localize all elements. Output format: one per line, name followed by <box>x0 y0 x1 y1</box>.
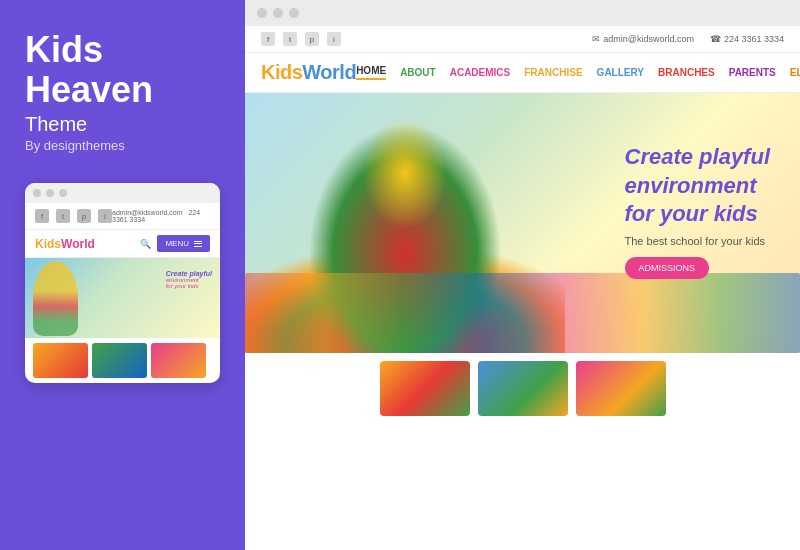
mini-social-icons: f t p i <box>35 209 112 223</box>
browser-dot2 <box>273 8 283 18</box>
nav-logo: KidsWorld <box>261 61 356 84</box>
mini-logo: KidsWorld <box>35 237 95 251</box>
mini-topbar: f t p i admin@kidsworld.com 224 3361 333… <box>25 203 220 230</box>
instagram-icon[interactable]: i <box>327 32 341 46</box>
mini-contact: admin@kidsworld.com 224 3361 3334 <box>112 209 210 223</box>
dot3 <box>59 189 67 197</box>
hero-background: Create playful environment for your kids… <box>245 93 800 353</box>
theme-title: Kids Heaven <box>25 30 220 109</box>
hero-thumbnails <box>245 353 800 424</box>
colorful-blocks <box>245 273 800 353</box>
thumbnail-3[interactable] <box>576 361 666 416</box>
browser-dot1 <box>257 8 267 18</box>
nav-gallery[interactable]: GALLERY <box>597 67 644 78</box>
theme-by: By designthemes <box>25 138 220 153</box>
mini-ig-icon: i <box>98 209 112 223</box>
theme-subtitle: Theme <box>25 113 220 136</box>
left-panel: Kids Heaven Theme By designthemes f t p … <box>0 0 245 550</box>
email-icon: ✉ <box>592 34 600 44</box>
mini-thumbnails <box>25 338 220 383</box>
topbar: f t p i ✉ admin@kidsworld.com ☎ 224 3361… <box>245 26 800 53</box>
phone-icon: ☎ <box>710 34 721 44</box>
hero-admissions-button[interactable]: ADMISSIONS <box>625 257 710 279</box>
hero-subtitle: The best school for your kids <box>625 235 771 247</box>
mini-thumb-3 <box>151 343 206 378</box>
navbar: KidsWorld HOME ABOUT ACADEMICS FRANCHISE… <box>245 53 800 93</box>
topbar-contact: ✉ admin@kidsworld.com ☎ 224 3361 3334 <box>592 34 784 44</box>
fb-icon[interactable]: f <box>261 32 275 46</box>
hero-overlay-text: Create playful environment for your kids… <box>625 143 771 279</box>
hero-section: Create playful environment for your kids… <box>245 93 800 550</box>
nav-franchise[interactable]: FRANCHISE <box>524 67 582 78</box>
mini-fb-icon: f <box>35 209 49 223</box>
thumbnail-2[interactable] <box>478 361 568 416</box>
mini-menu-button[interactable]: MENU <box>157 235 210 252</box>
logo-world: World <box>302 61 356 83</box>
mini-titlebar <box>25 183 220 203</box>
hero-tagline: Create playful environment for your kids <box>625 143 771 229</box>
nav-links: HOME ABOUT ACADEMICS FRANCHISE GALLERY B… <box>356 65 800 80</box>
nav-elements[interactable]: ELEMENTS <box>790 67 800 78</box>
thumbnail-1[interactable] <box>380 361 470 416</box>
mini-tw-icon: t <box>56 209 70 223</box>
nav-home[interactable]: HOME <box>356 65 386 80</box>
nav-parents[interactable]: PARENTS <box>729 67 776 78</box>
pinterest-icon[interactable]: p <box>305 32 319 46</box>
topbar-email: ✉ admin@kidsworld.com <box>592 34 694 44</box>
mini-search-icon[interactable]: 🔍 <box>140 239 151 249</box>
right-browser-panel: f t p i ✉ admin@kidsworld.com ☎ 224 3361… <box>245 0 800 550</box>
browser-titlebar <box>245 0 800 26</box>
mini-hamburger-icon <box>194 241 202 247</box>
topbar-social-icons: f t p i <box>261 32 341 46</box>
topbar-phone: ☎ 224 3361 3334 <box>710 34 784 44</box>
mini-pt-icon: p <box>77 209 91 223</box>
dot1 <box>33 189 41 197</box>
nav-branches[interactable]: BRANCHES <box>658 67 715 78</box>
dot2 <box>46 189 54 197</box>
mini-hero-overlay: Create playful environment for your kids <box>166 270 212 289</box>
nav-about[interactable]: ABOUT <box>400 67 436 78</box>
mini-hero-child-figure <box>33 261 78 336</box>
mini-thumb-2 <box>92 343 147 378</box>
mini-thumb-1 <box>33 343 88 378</box>
mini-browser-card: f t p i admin@kidsworld.com 224 3361 333… <box>25 183 220 383</box>
logo-kids: Kids <box>261 61 302 83</box>
mini-hero: Create playful environment for your kids <box>25 258 220 338</box>
mini-nav: KidsWorld 🔍 MENU <box>25 230 220 258</box>
browser-dot3 <box>289 8 299 18</box>
nav-academics[interactable]: ACADEMICS <box>450 67 511 78</box>
twitter-icon[interactable]: t <box>283 32 297 46</box>
